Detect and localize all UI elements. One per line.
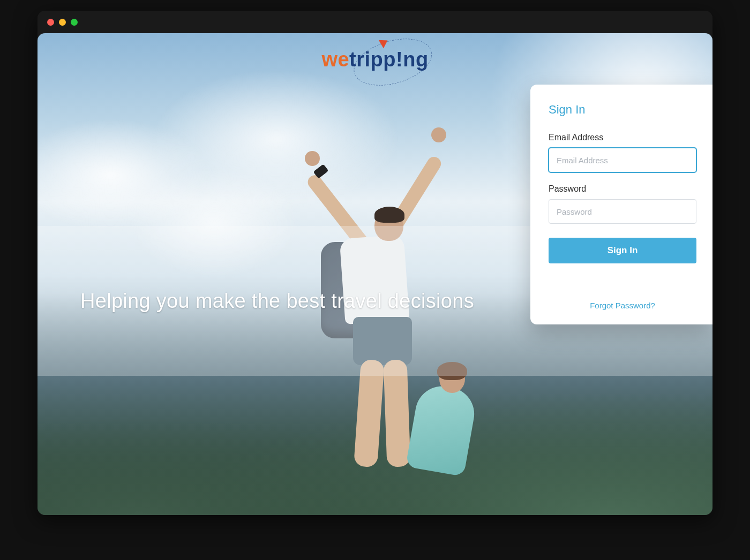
window-controls (47, 19, 78, 26)
forgot-row: Forgot Password? (549, 301, 696, 311)
window-titlebar (38, 11, 712, 33)
window-minimize-button[interactable] (59, 19, 66, 26)
hero-tagline: Helping you make the best travel decisio… (80, 290, 474, 313)
forgot-password-link[interactable]: Forgot Password? (590, 301, 655, 310)
password-input[interactable] (549, 199, 696, 224)
browser-window: wetripp!ng Helping you make the best tra… (38, 11, 712, 515)
email-input[interactable] (549, 148, 696, 172)
logo-text: wetripp!ng (321, 48, 428, 71)
logo-part-we: we (321, 48, 349, 71)
logo-orbit-ring (348, 33, 437, 94)
signin-card: Sign In Email Address Password Sign In F… (530, 85, 712, 324)
signin-title: Sign In (549, 103, 696, 117)
logo-part-trip: tripp!ng (349, 48, 429, 71)
password-label: Password (549, 184, 696, 194)
window-close-button[interactable] (47, 19, 54, 26)
page-viewport: wetripp!ng Helping you make the best tra… (38, 33, 712, 515)
brand-logo: wetripp!ng (321, 48, 428, 71)
signin-button[interactable]: Sign In (549, 238, 696, 263)
window-zoom-button[interactable] (71, 19, 78, 26)
email-label: Email Address (549, 133, 696, 142)
logo-plane-icon (379, 36, 390, 49)
